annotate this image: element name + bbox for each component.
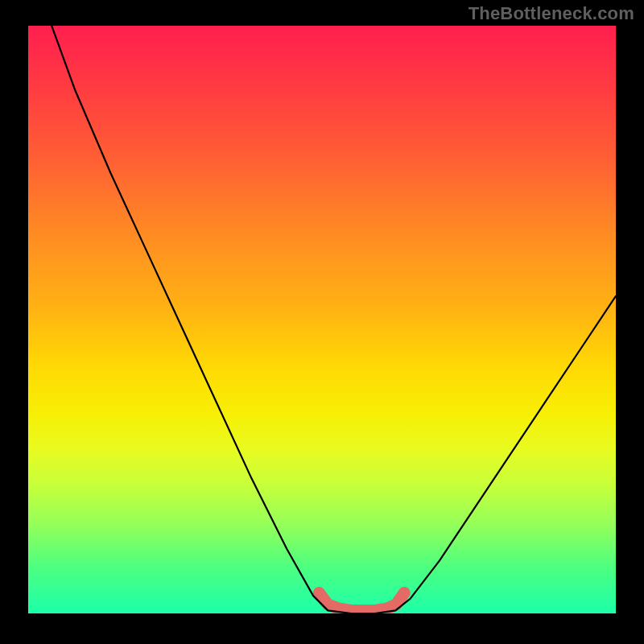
red-stroke — [319, 593, 404, 611]
black-curve — [52, 26, 616, 613]
plot-svg — [28, 26, 616, 613]
watermark-text: TheBottleneck.com — [469, 3, 634, 24]
chart-frame: TheBottleneck.com — [0, 0, 644, 644]
plot-area — [28, 26, 616, 613]
